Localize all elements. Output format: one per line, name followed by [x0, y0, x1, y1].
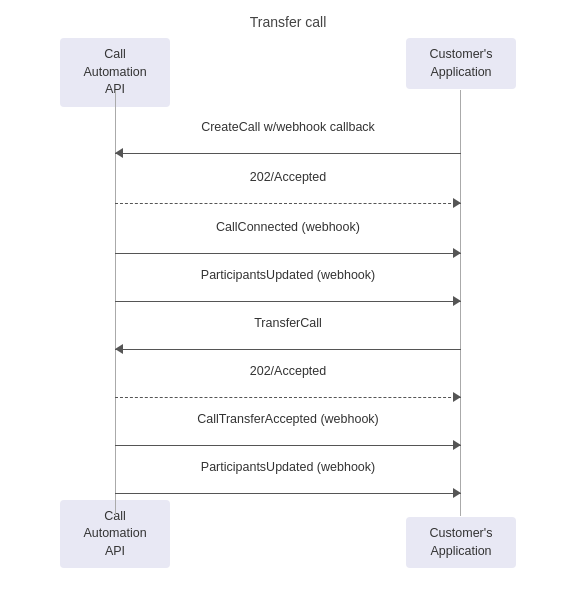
arrow-line-4 [115, 301, 461, 302]
arrowhead-2 [453, 198, 461, 208]
arrow-label-8: ParticipantsUpdated (webhook) [115, 460, 461, 474]
arrow-label-5: TransferCall [115, 316, 461, 330]
arrowhead-4 [453, 296, 461, 306]
arrow-label-2: 202/Accepted [115, 170, 461, 184]
sequence-area: Call Automation API Customer's Applicati… [0, 38, 576, 568]
arrowhead-1 [115, 148, 123, 158]
arrowhead-7 [453, 440, 461, 450]
box-bot-right: Customer's Application [406, 517, 516, 568]
arrow-row-7: CallTransferAccepted (webhook) [115, 430, 461, 460]
arrowhead-8 [453, 488, 461, 498]
arrow-label-1: CreateCall w/webhook callback [115, 120, 461, 134]
diagram-title: Transfer call [0, 0, 576, 30]
arrow-row-3: CallConnected (webhook) [115, 238, 461, 268]
arrowhead-6 [453, 392, 461, 402]
arrow-line-1 [115, 153, 461, 154]
arrow-row-8: ParticipantsUpdated (webhook) [115, 478, 461, 508]
arrow-row-1: CreateCall w/webhook callback [115, 138, 461, 168]
arrow-row-6: 202/Accepted [115, 382, 461, 412]
box-top-right: Customer's Application [406, 38, 516, 89]
arrow-label-4: ParticipantsUpdated (webhook) [115, 268, 461, 282]
arrow-label-3: CallConnected (webhook) [115, 220, 461, 234]
arrow-label-7: CallTransferAccepted (webhook) [115, 412, 461, 426]
arrow-line-7 [115, 445, 461, 446]
arrowhead-5 [115, 344, 123, 354]
arrowhead-3 [453, 248, 461, 258]
arrow-row-2: 202/Accepted [115, 188, 461, 218]
arrow-line-5 [115, 349, 461, 350]
arrow-row-5: TransferCall [115, 334, 461, 364]
arrow-row-4: ParticipantsUpdated (webhook) [115, 286, 461, 316]
arrow-line-3 [115, 253, 461, 254]
arrow-line-6 [115, 397, 461, 398]
diagram-container: Transfer call Call Automation API Custom… [0, 0, 576, 595]
arrow-line-8 [115, 493, 461, 494]
arrow-line-2 [115, 203, 461, 204]
arrow-label-6: 202/Accepted [115, 364, 461, 378]
